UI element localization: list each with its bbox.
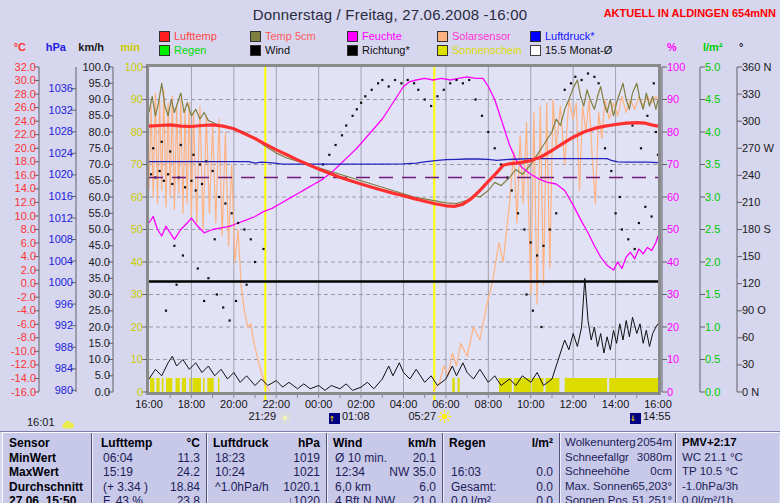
weather-station-app: Donnerstag / Freitag, 27.06.2008 -16:00 … <box>0 0 780 503</box>
svg-text:1012: 1012 <box>49 212 73 224</box>
svg-text:28.0: 28.0 <box>15 88 36 100</box>
table-cell: TP 10.5 °C <box>682 465 738 477</box>
table-cell: 0.0 <box>483 494 553 503</box>
svg-text:20: 20 <box>667 321 679 333</box>
svg-text:30.0: 30.0 <box>89 288 110 300</box>
svg-text:16:00: 16:00 <box>644 398 672 410</box>
table-cell: 51,251° <box>602 494 672 503</box>
svg-text:1024: 1024 <box>49 147 73 159</box>
weather-chart: 32.030.028.026.024.022.020.018.016.014.0… <box>0 0 780 430</box>
table-cell: 21.0 <box>366 494 436 503</box>
svg-text:70.0: 70.0 <box>89 158 110 170</box>
svg-text:-14.0: -14.0 <box>11 372 36 384</box>
table-cell: 2054m <box>602 436 672 448</box>
moonset-icon <box>630 410 641 428</box>
svg-text:l/m²: l/m² <box>703 41 723 53</box>
svg-text:-8.0: -8.0 <box>17 331 36 343</box>
svg-text:210: 210 <box>742 196 760 208</box>
svg-text:25.0: 25.0 <box>89 304 110 316</box>
svg-text:08:00: 08:00 <box>475 398 503 410</box>
table-cell: 65,203° <box>602 480 672 492</box>
svg-text:-10.0: -10.0 <box>11 345 36 357</box>
svg-text:1008: 1008 <box>49 233 73 245</box>
table-row-header: Sensor <box>9 436 50 450</box>
svg-text:60.0: 60.0 <box>89 191 110 203</box>
table-cell: PMV+2:17 <box>682 436 737 448</box>
table-row-header: 27.06. 15:50 <box>9 494 76 503</box>
svg-text:85.0: 85.0 <box>89 109 110 121</box>
svg-text:10: 10 <box>131 353 143 365</box>
svg-text:90: 90 <box>131 93 143 105</box>
svg-text:180 S: 180 S <box>742 223 771 235</box>
time-axis-labels: 16:0018:0020:0022:0000:0002:0004:0006:00… <box>135 398 672 410</box>
svg-text:100.0: 100.0 <box>82 61 110 73</box>
svg-text:1.5: 1.5 <box>705 288 720 300</box>
svg-text:1036: 1036 <box>49 82 73 94</box>
svg-text:95.0: 95.0 <box>89 77 110 89</box>
svg-text:55.0: 55.0 <box>89 207 110 219</box>
table-col-unit: °C <box>140 436 200 450</box>
svg-text:360 N: 360 N <box>742 61 771 73</box>
svg-text:3.5: 3.5 <box>705 158 720 170</box>
svg-text:50: 50 <box>131 223 143 235</box>
svg-text:min: min <box>120 41 140 53</box>
svg-text:100: 100 <box>125 61 143 73</box>
svg-text:%: % <box>667 41 677 53</box>
table-cell: 1019 <box>250 451 320 465</box>
svg-text:04:00: 04:00 <box>390 398 418 410</box>
table-cell: 1020.1 <box>250 480 320 494</box>
table-col-unit: km/h <box>376 436 436 450</box>
table-cell: 3080m <box>602 451 672 463</box>
table-cell: 18:23 <box>215 451 245 465</box>
kmh-axis: 100.095.090.085.080.075.070.065.060.055.… <box>82 61 113 398</box>
minutes-axis: 1009080706050403020100 <box>125 61 147 398</box>
svg-text:30: 30 <box>667 288 679 300</box>
svg-text:90: 90 <box>667 93 679 105</box>
svg-text:16.0: 16.0 <box>15 169 36 181</box>
sunset-time: 21:29 <box>243 410 276 422</box>
svg-text:80: 80 <box>131 126 143 138</box>
svg-text:300: 300 <box>742 115 760 127</box>
svg-text:70: 70 <box>667 158 679 170</box>
svg-text:3.0: 3.0 <box>705 191 720 203</box>
svg-text:8.0: 8.0 <box>21 223 36 235</box>
svg-text:992: 992 <box>55 319 73 331</box>
svg-text:0.5: 0.5 <box>705 353 720 365</box>
svg-text:50.0: 50.0 <box>89 223 110 235</box>
svg-text:12.0: 12.0 <box>15 196 36 208</box>
svg-text:0 N: 0 N <box>742 386 759 398</box>
table-cell: 24.2 <box>130 465 200 479</box>
svg-text:18:00: 18:00 <box>178 398 206 410</box>
svg-text:hPa: hPa <box>46 41 67 53</box>
current-time-label: 16:01 <box>27 416 55 428</box>
moonrise-time: 01:08 <box>342 410 370 422</box>
percent-axis: 1009080706050403020100 <box>662 61 685 398</box>
svg-text:30.0: 30.0 <box>15 74 36 86</box>
svg-text:5.0: 5.0 <box>705 61 720 73</box>
table-row-header: MaxWert <box>9 465 59 479</box>
sunrise-sun-icon <box>438 409 451 427</box>
table-cell: 6.0 <box>366 480 436 494</box>
svg-text:1028: 1028 <box>49 125 73 137</box>
svg-text:60: 60 <box>742 331 754 343</box>
svg-text:02:00: 02:00 <box>347 398 375 410</box>
table-cell: 16:03 <box>451 465 481 479</box>
table-cell: 15:19 <box>103 465 133 479</box>
table-cell: 23.8 <box>130 494 200 503</box>
table-cell: 0.0l/m²/1h <box>682 494 733 503</box>
svg-text:18.0: 18.0 <box>15 155 36 167</box>
svg-text:30: 30 <box>131 288 143 300</box>
svg-text:1.0: 1.0 <box>705 321 720 333</box>
svg-text:14:00: 14:00 <box>602 398 630 410</box>
svg-text:150: 150 <box>742 250 760 262</box>
table-cell: 18.84 <box>130 480 200 494</box>
svg-text:5.0: 5.0 <box>95 369 110 381</box>
table-cell: 0.0 <box>483 465 553 479</box>
svg-text:330: 330 <box>742 88 760 100</box>
svg-text:10:00: 10:00 <box>517 398 545 410</box>
svg-text:00:00: 00:00 <box>305 398 333 410</box>
svg-text:75.0: 75.0 <box>89 142 110 154</box>
sensor-data-table: SensorMinWertMaxWertDurchschnitt27.06. 1… <box>2 432 779 503</box>
table-cell: ↓1020 <box>250 494 320 503</box>
table-cell: 20.1 <box>366 451 436 465</box>
